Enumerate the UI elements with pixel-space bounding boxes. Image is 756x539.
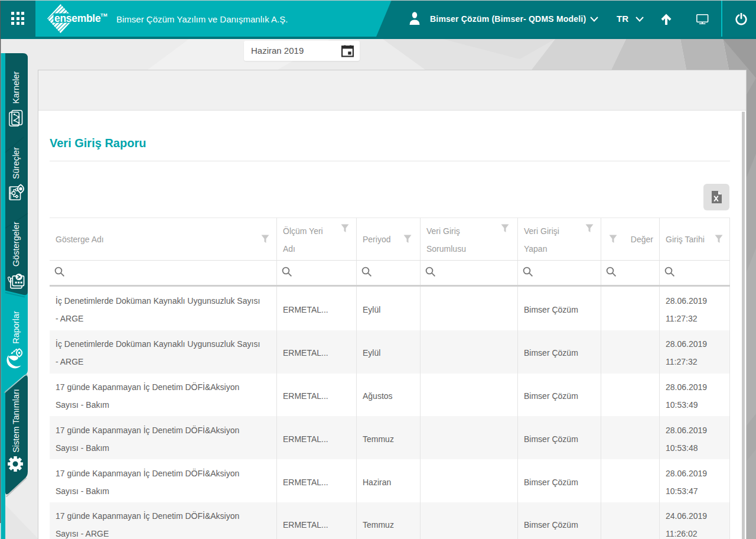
- svg-text:TM: TM: [100, 12, 107, 18]
- svg-text:ensemble: ensemble: [54, 12, 101, 24]
